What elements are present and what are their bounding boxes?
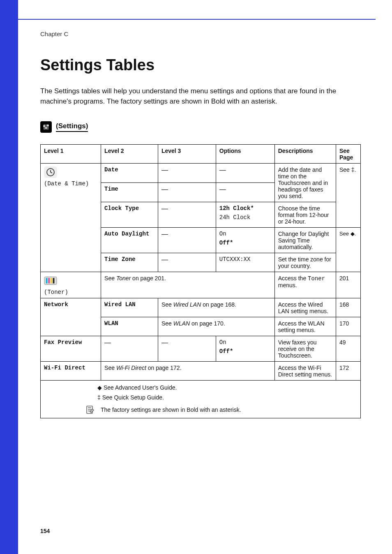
cell-clocktype-level3: —	[158, 202, 216, 228]
settings-icon	[40, 121, 52, 133]
cell-toner-desc: Access the Toner menus.	[274, 272, 336, 298]
cell-toner-level1: (Toner)	[41, 272, 101, 298]
cell-wifidirect-desc: Access the Wi-Fi Direct setting menus.	[274, 362, 336, 381]
svg-point-5	[47, 125, 48, 126]
faxpreview-opt1: On	[219, 339, 271, 346]
cell-wiredlan-page: 168	[336, 298, 360, 317]
cell-clocktype-level2: Clock Type	[101, 202, 158, 228]
autodaylight-opt2: Off*	[219, 240, 271, 246]
wiredlan-ref-suffix: on page 168.	[201, 301, 236, 308]
clocktype-opt1: 12h Clock*	[219, 205, 271, 212]
th-level2: Level 2	[101, 145, 158, 164]
wifidirect-ref-ital: Wi-Fi Direct	[116, 365, 146, 371]
th-see-page: See Page	[336, 145, 360, 164]
cell-time-options: —	[216, 183, 274, 202]
page: Chapter C Settings Tables The Settings t…	[0, 0, 392, 554]
cell-footnotes: ◆ See Advanced User's Guide. ‡ See Quick…	[41, 381, 361, 418]
cell-wiredlan-desc: Access the Wired LAN setting menus.	[274, 298, 336, 317]
cell-autodaylight-level2: Auto Daylight	[101, 228, 158, 253]
th-descriptions: Descriptions	[274, 145, 336, 164]
wiredlan-ref-ital: Wired LAN	[173, 301, 201, 308]
cell-faxpreview-level3: —	[158, 336, 216, 362]
footnote-ddagger: ‡ See Quick Setup Guide.	[97, 394, 357, 401]
row-fax-preview: Fax Preview — — On Off* View faxes you r…	[41, 336, 361, 362]
row-toner: (Toner) See Toner on page 201. Access th…	[41, 272, 361, 298]
cell-wlan-ref: See WLAN on page 170.	[158, 317, 274, 336]
row-footnotes: ◆ See Advanced User's Guide. ‡ See Quick…	[41, 381, 361, 418]
th-level1: Level 1	[41, 145, 101, 164]
cell-autodaylight-options: On Off*	[216, 228, 274, 253]
cell-wifidirect-level1: Wi-Fi Direct	[41, 362, 101, 381]
cell-faxpreview-level1: Fax Preview	[41, 336, 101, 362]
wifidirect-ref-suffix: on page 172.	[146, 365, 182, 371]
cell-date-options: —	[216, 164, 274, 183]
cell-autodaylight-seepage: See ◆.	[336, 228, 360, 272]
clock-icon	[44, 166, 57, 178]
th-options: Options	[216, 145, 274, 164]
clocktype-opt2: 24h Clock	[219, 214, 271, 221]
svg-rect-12	[51, 278, 52, 284]
intro-paragraph: The Settings tables will help you unders…	[40, 86, 361, 106]
toner-ref-suffix: on page 201.	[131, 275, 166, 282]
cell-wlan-desc: Access the WLAN setting menus.	[274, 317, 336, 336]
page-number: 154	[40, 528, 50, 534]
settings-section-header: (Settings)	[40, 121, 88, 133]
footnote-diamond: ◆ See Advanced User's Guide.	[97, 384, 357, 391]
cell-timezone-level2: Time Zone	[101, 253, 158, 272]
row-date: (Date & Time) Date — — Add the date and …	[41, 164, 361, 183]
cell-toner-ref: See Toner on page 201.	[101, 272, 275, 298]
toner-label: (Toner)	[44, 289, 68, 295]
left-blue-band	[0, 0, 18, 554]
cell-network-level1: Network	[41, 298, 101, 336]
note-icon	[83, 404, 97, 416]
cell-timezone-options: UTCXXX:XX	[216, 253, 274, 272]
cell-autodaylight-desc: Change for Daylight Saving Time automati…	[274, 228, 336, 253]
svg-rect-10	[46, 278, 48, 284]
cell-faxpreview-level2: —	[101, 336, 158, 362]
chapter-label: Chapter C	[40, 30, 361, 37]
cell-wlan-page: 170	[336, 317, 360, 336]
toner-icon	[44, 275, 57, 286]
wlan-ref-prefix: See	[161, 320, 173, 327]
wlan-ref-ital: WLAN	[173, 320, 190, 327]
svg-point-4	[46, 127, 47, 129]
top-rule	[18, 19, 376, 20]
cell-date-time-level1: (Date & Time)	[41, 164, 101, 272]
cell-date-level3: —	[158, 164, 216, 183]
wlan-ref-suffix: on page 170.	[190, 320, 225, 327]
table-header-row: Level 1 Level 2 Level 3 Options Descript…	[41, 145, 361, 164]
row-wifi-direct: Wi-Fi Direct See Wi-Fi Direct on page 17…	[41, 362, 361, 381]
toner-desc-prefix: Access the	[278, 275, 308, 282]
toner-desc-suffix: menus.	[278, 282, 297, 289]
cell-time-level3: —	[158, 183, 216, 202]
cell-timezone-level3: —	[158, 253, 216, 272]
toner-desc-mono: Toner	[308, 275, 325, 282]
cell-date-time-seepage: See ‡.	[336, 164, 360, 228]
cell-wifidirect-page: 172	[336, 362, 360, 381]
faxpreview-opt2: Off*	[219, 348, 271, 355]
cell-clocktype-desc: Choose the time format from 12-hour or 2…	[274, 202, 336, 228]
wiredlan-ref-prefix: See	[161, 301, 173, 308]
cell-date-time-desc: Add the date and time on the Touchscreen…	[274, 164, 336, 202]
autodaylight-opt1: On	[219, 231, 271, 237]
svg-rect-13	[53, 278, 55, 284]
cell-toner-page: 201	[336, 272, 360, 298]
svg-rect-11	[48, 278, 50, 284]
cell-wifidirect-ref: See Wi-Fi Direct on page 172.	[101, 362, 275, 381]
settings-table: Level 1 Level 2 Level 3 Options Descript…	[40, 144, 361, 418]
cell-date-level2: Date	[101, 164, 158, 183]
cell-faxpreview-page: 49	[336, 336, 360, 362]
cell-time-level2: Time	[101, 183, 158, 202]
wifidirect-ref-prefix: See	[104, 365, 116, 371]
footnote-factory: The factory settings are shown in Bold w…	[101, 406, 241, 413]
cell-autodaylight-level3: —	[158, 228, 216, 253]
svg-line-8	[51, 172, 52, 173]
cell-faxpreview-desc: View faxes you receive on the Touchscree…	[274, 336, 336, 362]
toner-ref-ital: Toner	[116, 275, 131, 282]
th-level3: Level 3	[158, 145, 216, 164]
toner-ref-prefix: See	[104, 275, 116, 282]
content-area: Chapter C Settings Tables The Settings t…	[40, 30, 361, 418]
cell-wiredlan-ref: See Wired LAN on page 168.	[158, 298, 274, 317]
page-title: Settings Tables	[40, 56, 361, 74]
cell-faxpreview-options: On Off*	[216, 336, 274, 362]
